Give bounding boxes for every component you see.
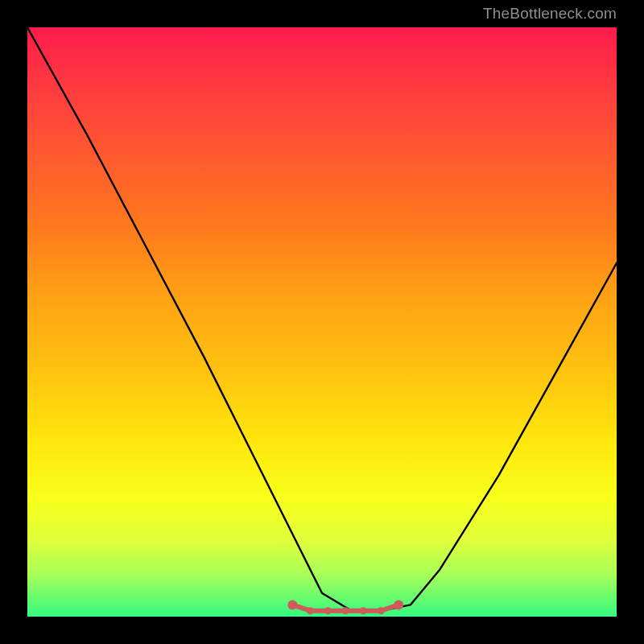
curve-path	[27, 27, 617, 611]
chart-stage: TheBottleneck.com	[0, 0, 644, 644]
credit-text: TheBottleneck.com	[483, 5, 617, 23]
chart-plot-area	[27, 27, 617, 617]
bottleneck-curve	[27, 27, 617, 617]
